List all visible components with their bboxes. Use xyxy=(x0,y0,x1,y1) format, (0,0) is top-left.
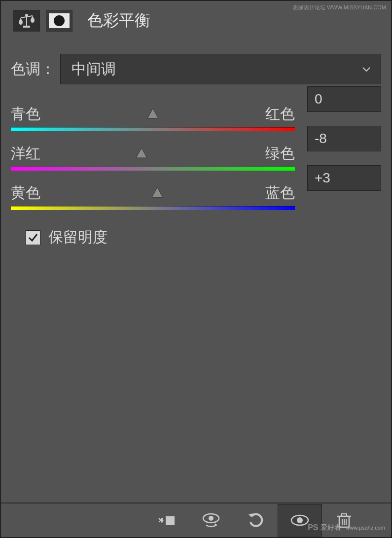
sliders-area: 青色 红色 0 洋红 绿色 -8 xyxy=(1,104,391,210)
check-icon xyxy=(28,232,38,243)
reset-icon xyxy=(245,511,266,529)
watermark-url: www.psahz.com xyxy=(346,525,385,531)
view-previous-button[interactable] xyxy=(189,504,233,537)
watermark-top: 思缘设计论坛 WWW.MISSYUAN.COM xyxy=(293,4,386,11)
balance-scale-icon xyxy=(17,13,36,29)
slider-left-label: 洋红 xyxy=(11,143,40,164)
value-input-magenta-green[interactable]: -8 xyxy=(307,126,381,151)
value-input-yellow-blue[interactable]: +3 xyxy=(307,165,381,191)
preserve-luminosity-checkbox[interactable] xyxy=(26,230,40,245)
slider-yellow-blue: 黄色 蓝色 +3 xyxy=(11,183,381,210)
tone-row: 色调： 中间调 xyxy=(1,54,391,84)
preserve-luminosity-label: 保留明度 xyxy=(48,227,107,248)
clip-to-layer-button[interactable] xyxy=(144,504,189,537)
slider-right-label: 绿色 xyxy=(265,143,295,164)
watermark-bottom: PS 爱好者 www.psahz.com xyxy=(308,523,385,532)
chevron-down-icon xyxy=(362,66,371,72)
svg-rect-3 xyxy=(23,26,30,28)
watermark-logo: PS xyxy=(308,523,318,532)
slider-track[interactable] xyxy=(11,167,295,171)
slider-right-label: 蓝色 xyxy=(265,183,295,203)
balance-icon-button[interactable] xyxy=(13,10,40,32)
slider-track[interactable] xyxy=(11,127,295,131)
tone-dropdown[interactable]: 中间调 xyxy=(60,54,381,84)
layer-mask-button[interactable] xyxy=(46,10,72,32)
svg-point-10 xyxy=(297,517,303,523)
clip-icon xyxy=(156,511,178,529)
svg-rect-13 xyxy=(342,514,347,516)
preserve-luminosity-row: 保留明度 xyxy=(1,227,391,248)
tone-label: 色调： xyxy=(11,59,55,79)
svg-point-5 xyxy=(54,15,65,26)
slider-left-label: 青色 xyxy=(11,104,40,124)
eye-arrow-icon xyxy=(200,511,222,529)
layer-mask-icon xyxy=(49,13,70,28)
svg-rect-6 xyxy=(166,516,175,525)
tone-selected-value: 中间调 xyxy=(71,59,116,79)
slider-track[interactable] xyxy=(11,206,295,210)
slider-right-label: 红色 xyxy=(265,104,295,124)
watermark-text: 爱好者 xyxy=(321,523,341,532)
value-input-cyan-red[interactable]: 0 xyxy=(307,86,381,112)
reset-button[interactable] xyxy=(233,504,278,537)
svg-point-8 xyxy=(209,516,214,521)
panel-title: 色彩平衡 xyxy=(87,10,150,32)
slider-left-label: 黄色 xyxy=(11,183,40,203)
